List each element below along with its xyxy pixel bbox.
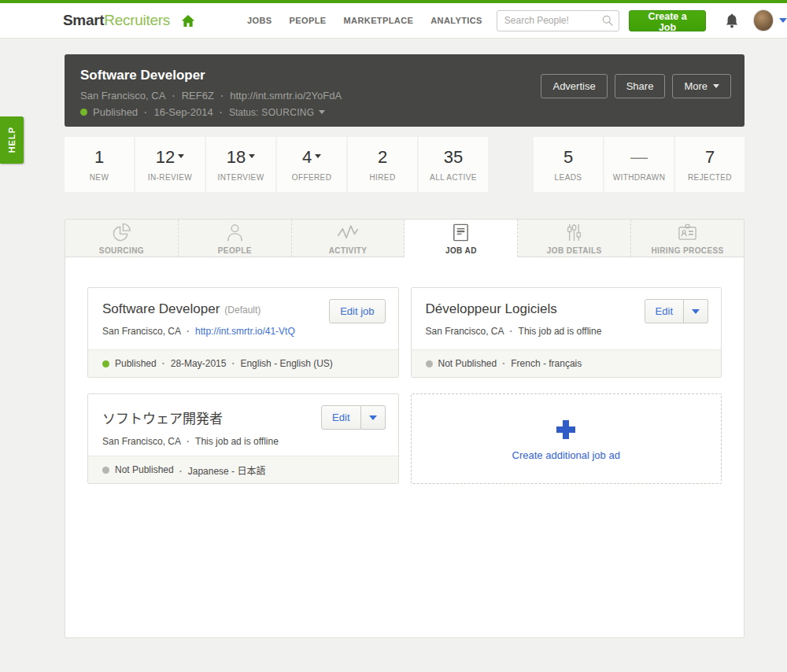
nav-item-marketplace[interactable]: MARKETPLACE xyxy=(344,16,414,25)
status-dropdown[interactable]: Status: SOURCING xyxy=(213,106,326,118)
status-value: SOURCING xyxy=(261,107,314,118)
stat-new-label: NEW xyxy=(90,173,109,182)
job-ad-date: 28-May-2015 xyxy=(157,358,227,369)
stat-caret-icon xyxy=(249,154,255,158)
status-caret-icon xyxy=(319,110,325,114)
stat-in-review-label: IN-REVIEW xyxy=(148,173,192,182)
stat-rejected[interactable]: 7 REJECTED xyxy=(675,137,745,192)
stat-leads[interactable]: 5 LEADS xyxy=(534,137,603,192)
job-ad-link[interactable]: http://int.smrtr.io/41-VtQ xyxy=(181,326,295,337)
stat-interview[interactable]: 18 INTERVIEW xyxy=(206,137,275,192)
stat-withdrawn[interactable]: — WITHDRAWN xyxy=(604,137,674,192)
nav-item-jobs[interactable]: JOBS xyxy=(247,16,272,25)
job-ad-status: Not Published xyxy=(438,358,497,369)
nav-item-analytics[interactable]: ANALYTICS xyxy=(430,16,482,25)
edit-dropdown-button[interactable] xyxy=(361,405,386,430)
card-body: Développeur Logiciels San Francisco, CAT… xyxy=(412,288,722,349)
job-ad-location: San Francisco, CA xyxy=(102,436,181,447)
job-ad-meta-line: San Francisco, CAThis job ad is offline xyxy=(102,436,384,447)
job-detail-panel: SOURCING PEOPLE ACTIVITY xyxy=(65,219,745,638)
stat-new[interactable]: 1 NEW xyxy=(65,137,134,192)
advertise-button[interactable]: Advertise xyxy=(541,74,607,98)
pipeline-stats: 1 NEW 12 IN-REVIEW 18 INTERVIEW 4 OFFERE… xyxy=(65,137,745,192)
job-short-url[interactable]: http://int.smrtr.io/2YoFdA xyxy=(214,90,342,102)
share-button[interactable]: Share xyxy=(615,74,666,98)
create-additional-job-ad[interactable]: Create additional job ad xyxy=(411,393,722,484)
job-header-actions: Advertise Share More xyxy=(541,74,731,98)
job-ad-status: Not Published xyxy=(115,464,174,475)
stat-in-review-value: 12 xyxy=(156,147,184,168)
card-actions: Edit job xyxy=(329,299,385,323)
job-ad-default-badge: (Default) xyxy=(224,305,260,316)
stat-all-active[interactable]: 35 ALL ACTIVE xyxy=(419,137,488,192)
stat-all-active-label: ALL ACTIVE xyxy=(430,173,477,182)
tab-activity[interactable]: ACTIVITY xyxy=(292,220,405,257)
edit-job-button[interactable]: Edit job xyxy=(329,299,385,323)
tab-sourcing-label: SOURCING xyxy=(99,246,144,255)
tab-sourcing[interactable]: SOURCING xyxy=(65,220,179,257)
stat-in-review[interactable]: 12 IN-REVIEW xyxy=(135,137,205,192)
job-ad-offline-text: This job ad is offline xyxy=(504,326,602,337)
main-nav: JOBS PEOPLE MARKETPLACE ANALYTICS xyxy=(247,16,482,25)
smartrecruiters-logo[interactable]: SmartRecruiters xyxy=(63,12,170,29)
job-ad-language: English - English (US) xyxy=(226,358,332,369)
home-icon[interactable] xyxy=(181,14,195,28)
job-ad-title: Software Developer xyxy=(102,301,220,317)
top-navigation-bar: SmartRecruiters JOBS PEOPLE MARKETPLACE … xyxy=(0,3,787,39)
stat-rejected-label: REJECTED xyxy=(688,173,732,182)
page-content: Software Developer San Francisco, CAREF6… xyxy=(65,54,745,638)
create-additional-job-ad-label: Create additional job ad xyxy=(512,449,620,461)
stat-caret-icon xyxy=(178,154,184,158)
edit-button[interactable]: Edit xyxy=(645,299,684,323)
stat-interview-value: 18 xyxy=(227,147,255,168)
stat-offered-label: OFFERED xyxy=(292,173,332,182)
stat-interview-label: INTERVIEW xyxy=(218,173,264,182)
stat-all-active-value: 35 xyxy=(444,147,463,168)
card-actions: Edit xyxy=(321,405,385,430)
job-ref: REF6Z xyxy=(165,90,214,102)
job-ad-title: Développeur Logiciels xyxy=(426,301,557,317)
user-avatar[interactable] xyxy=(753,9,774,31)
edit-dropdown-button[interactable] xyxy=(684,299,708,323)
card-actions: Edit xyxy=(645,299,708,323)
job-ad-card-french: Développeur Logiciels San Francisco, CAT… xyxy=(411,287,722,378)
more-button[interactable]: More xyxy=(672,74,731,98)
status-label: Status: xyxy=(229,107,258,118)
activity-wave-icon xyxy=(336,222,360,243)
job-ad-title: ソフトウェア開発者 xyxy=(102,408,223,427)
user-menu-caret-icon[interactable] xyxy=(779,18,787,23)
caret-down-icon xyxy=(692,309,700,314)
tab-job-ad[interactable]: JOB AD xyxy=(405,220,518,257)
nav-item-people[interactable]: PEOPLE xyxy=(290,16,327,25)
tab-hiring-process[interactable]: HIRING PROCESS xyxy=(631,220,744,257)
stat-new-value: 1 xyxy=(94,147,104,168)
stat-hired[interactable]: 2 HIRED xyxy=(348,137,417,192)
stat-caret-icon xyxy=(315,154,321,158)
create-job-button[interactable]: Create a Job xyxy=(629,10,706,31)
notifications-bell-icon[interactable] xyxy=(724,13,740,29)
tab-job-details[interactable]: JOB DETAILS xyxy=(518,220,631,257)
edit-button[interactable]: Edit xyxy=(321,405,360,430)
caret-down-icon xyxy=(369,415,377,420)
not-published-status-dot xyxy=(426,360,433,367)
job-location: San Francisco, CA xyxy=(80,90,165,102)
help-tab[interactable]: HELP xyxy=(0,116,24,164)
id-badge-icon xyxy=(676,222,699,243)
other-stats-group: 5 LEADS — WITHDRAWN 7 REJECTED xyxy=(534,137,745,192)
more-button-label: More xyxy=(684,80,708,92)
stat-offered[interactable]: 4 OFFERED xyxy=(277,137,346,192)
job-ad-status-bar: Published 28-May-2015 English - English … xyxy=(88,349,398,377)
job-tabs: SOURCING PEOPLE ACTIVITY xyxy=(65,220,744,257)
logo-text-recruiters: Recruiters xyxy=(104,12,170,28)
tab-people[interactable]: PEOPLE xyxy=(179,220,292,257)
tab-job-ad-label: JOB AD xyxy=(445,246,477,255)
pie-chart-icon xyxy=(111,222,132,243)
tab-activity-label: ACTIVITY xyxy=(329,246,368,255)
job-ad-location: San Francisco, CA xyxy=(102,326,181,337)
job-ads-grid: Software Developer (Default) San Francis… xyxy=(65,257,744,484)
published-date: 16-Sep-2014 xyxy=(138,106,213,118)
help-tab-label: HELP xyxy=(7,127,17,153)
job-ad-meta-line: San Francisco, CAThis job ad is offline xyxy=(426,326,708,337)
job-ad-language: French - français xyxy=(497,358,582,369)
card-body: Software Developer (Default) San Francis… xyxy=(88,288,398,349)
